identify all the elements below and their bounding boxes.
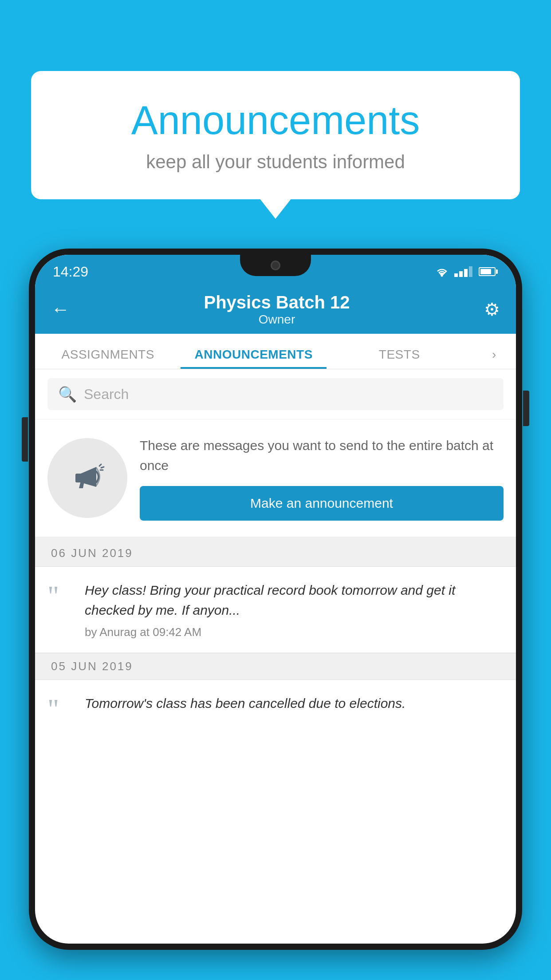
search-placeholder: Search (84, 386, 129, 403)
battery-fill (480, 269, 491, 274)
promo-content: These are messages you want to send to t… (140, 435, 504, 521)
tab-assignments[interactable]: ASSIGNMENTS (35, 348, 181, 369)
announcement-content-2: Tomorrow's class has been cancelled due … (85, 693, 504, 719)
speech-bubble-title: Announcements (67, 98, 484, 143)
svg-line-3 (101, 467, 104, 468)
megaphone-icon-circle (47, 438, 127, 518)
promo-description: These are messages you want to send to t… (140, 435, 504, 475)
tab-announcements[interactable]: ANNOUNCEMENTS (181, 348, 326, 369)
header-title: Physics Batch 12 (70, 292, 484, 312)
svg-point-0 (441, 275, 443, 277)
settings-icon[interactable]: ⚙ (484, 299, 500, 320)
phone-notch (240, 255, 311, 276)
battery-icon (479, 267, 496, 276)
phone-mockup: 14:29 (29, 249, 522, 950)
svg-line-2 (99, 464, 101, 466)
front-camera (271, 261, 280, 270)
header-subtitle: Owner (70, 312, 484, 327)
search-icon: 🔍 (58, 385, 77, 403)
date-separator-1: 06 JUN 2019 (35, 540, 516, 567)
speech-bubble: Announcements keep all your students inf… (31, 71, 520, 199)
promo-section: These are messages you want to send to t… (35, 419, 516, 540)
announcement-content-1: Hey class! Bring your practical record b… (85, 580, 504, 639)
quote-mark-1: " (47, 585, 74, 607)
phone-screen: 14:29 (35, 255, 516, 944)
tab-bar: ASSIGNMENTS ANNOUNCEMENTS TESTS › (35, 334, 516, 369)
app-header: ← Physics Batch 12 Owner ⚙ (35, 285, 516, 334)
svg-rect-1 (75, 474, 82, 482)
header-title-section: Physics Batch 12 Owner (70, 292, 484, 327)
megaphone-icon (67, 458, 107, 498)
back-button[interactable]: ← (51, 299, 70, 320)
announcement-text-1: Hey class! Bring your practical record b… (85, 580, 504, 620)
status-time: 14:29 (53, 264, 88, 280)
announcement-item-2[interactable]: " Tomorrow's class has been cancelled du… (35, 680, 516, 734)
speech-bubble-subtitle: keep all your students informed (67, 151, 484, 173)
announcement-item-1[interactable]: " Hey class! Bring your practical record… (35, 567, 516, 653)
quote-mark-2: " (47, 698, 74, 720)
date-separator-2: 05 JUN 2019 (35, 653, 516, 680)
search-bar[interactable]: 🔍 Search (47, 378, 504, 410)
announcement-text-2: Tomorrow's class has been cancelled due … (85, 693, 504, 713)
status-icons (434, 266, 496, 277)
make-announcement-button[interactable]: Make an announcement (140, 486, 504, 521)
signal-bars (454, 266, 472, 277)
speech-bubble-container: Announcements keep all your students inf… (31, 71, 520, 199)
wifi-icon (434, 266, 450, 277)
tab-tests[interactable]: TESTS (327, 348, 472, 369)
search-bar-container: 🔍 Search (35, 369, 516, 419)
phone-outer: 14:29 (29, 249, 522, 950)
tab-more[interactable]: › (472, 348, 516, 369)
announcement-meta-1: by Anurag at 09:42 AM (85, 625, 504, 639)
